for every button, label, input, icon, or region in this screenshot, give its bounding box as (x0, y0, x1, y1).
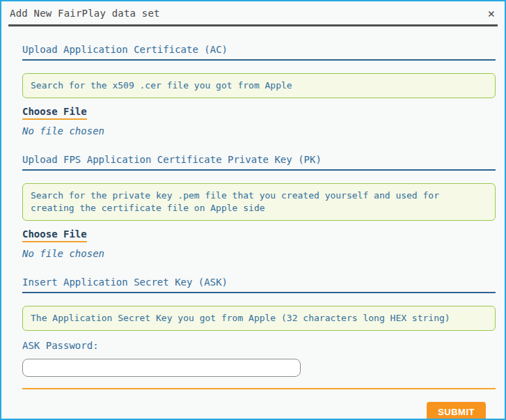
file-status-ac: No file chosen (22, 125, 496, 137)
hint-box: Search for the x509 .cer file you got fr… (22, 73, 496, 98)
dialog-header: Add New FairPlay data set ✕ (10, 8, 495, 20)
hint-box: Search for the private key .pem file tha… (22, 183, 496, 221)
hint-text: The Application Secret Key you got from … (31, 313, 450, 323)
file-status-pk: No file chosen (22, 248, 496, 259)
dialog-title: Add New FairPlay data set (10, 8, 160, 19)
section-heading: Insert Application Secret Key (ASK) (22, 277, 496, 293)
close-icon[interactable]: ✕ (488, 8, 495, 20)
section-heading: Upload FPS Application Certificate Priva… (22, 154, 496, 171)
add-fairplay-dataset-dialog: Add New FairPlay data set ✕ Upload Appli… (0, 0, 506, 420)
section-application-secret-key: Insert Application Secret Key (ASK) The … (22, 277, 496, 377)
title-divider (8, 24, 498, 26)
ask-password-input[interactable] (22, 359, 301, 377)
section-heading: Upload Application Certificate (AC) (22, 44, 496, 61)
choose-file-button-pk[interactable]: Choose File (22, 228, 87, 242)
hint-box: The Application Secret Key you got from … (22, 306, 496, 331)
hint-text: Search for the private key .pem file tha… (31, 190, 439, 213)
footer-divider (22, 388, 496, 389)
ask-password-label: ASK Password: (22, 340, 496, 351)
choose-file-button-ac[interactable]: Choose File (22, 106, 87, 120)
dialog-footer: SUBMIT (22, 402, 496, 420)
section-upload-private-key: Upload FPS Application Certificate Priva… (22, 154, 496, 259)
section-upload-application-certificate: Upload Application Certificate (AC) Sear… (22, 44, 496, 137)
hint-text: Search for the x509 .cer file you got fr… (31, 80, 292, 91)
dialog-content: Upload Application Certificate (AC) Sear… (22, 44, 496, 420)
submit-button[interactable]: SUBMIT (427, 402, 486, 420)
